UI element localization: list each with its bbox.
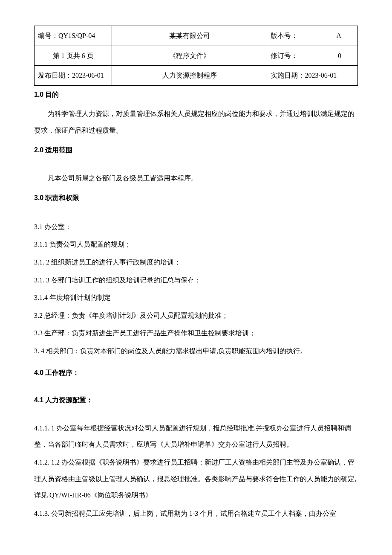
effective-date-value: 2023-06-01 bbox=[305, 72, 337, 79]
doc-type-cell: 《程序文件》 bbox=[112, 46, 267, 66]
section-1-num: 1.0 bbox=[34, 91, 43, 98]
company-name-cell: 某某有限公司 bbox=[112, 26, 267, 46]
item-3-1: 3.1 办公室： bbox=[34, 218, 358, 236]
section-2-num: 2.0 bbox=[34, 146, 43, 154]
section-3-text: 职责和权限 bbox=[43, 194, 79, 201]
doc-number-value: QY1S/QP-04 bbox=[58, 32, 95, 39]
section-2-heading: 2.0 适用范围 bbox=[34, 145, 358, 156]
version-label: 版本号： bbox=[271, 30, 298, 41]
page-info-cell: 第 1 页共 6 页 bbox=[35, 46, 112, 66]
revision-value: 0 bbox=[338, 50, 341, 61]
revision-label: 修订号： bbox=[271, 50, 298, 61]
section-2-text: 适用范围 bbox=[43, 146, 72, 154]
doc-number-cell: 编号：QY1S/QP-04 bbox=[35, 26, 112, 46]
version-value: A bbox=[336, 30, 341, 41]
effective-date-label: 实施日期： bbox=[271, 72, 305, 79]
item-4-1-3: 4.1.3. 公司新招聘员工应先培训，后上岗，试用期为 1-3 个月，试用合格建… bbox=[34, 506, 358, 522]
revision-cell: 修订号： 0 bbox=[267, 46, 358, 66]
item-3-1-4: 3.1.4 年度培训计划的制定 bbox=[34, 289, 358, 307]
section-1-body: 为科学管理人力资源，对质量管理体系相关人员规定相应的岗位能力和要求，并通过培训以… bbox=[34, 106, 358, 139]
doc-title: 人力资源控制程序 bbox=[162, 72, 217, 79]
section-4-1-heading: 4.1 人力资源配置： bbox=[34, 395, 358, 406]
item-3-1-3: 3.1. 3 各部门培训工作的组织及培训记录的汇总与保存； bbox=[34, 271, 358, 289]
version-cell: 版本号： A bbox=[267, 26, 358, 46]
item-3-1-2: 3.1. 2 组织新进员工的进行人事行政制度的培训； bbox=[34, 253, 358, 271]
effective-date-cell: 实施日期：2023-06-01 bbox=[267, 66, 358, 86]
issue-date-cell: 发布日期：2023-06-01 bbox=[35, 66, 112, 86]
section-4-text: 工作程序： bbox=[43, 369, 79, 376]
section-4-num: 4.0 bbox=[34, 369, 43, 376]
item-4-1-1: 4.1.1. 1 办公室每年根据经营状况对公司人员配置进行规划，报总经理批准,并… bbox=[34, 420, 358, 453]
doc-title-cell: 人力资源控制程序 bbox=[112, 66, 267, 86]
section-1-heading: 1.0 目的 bbox=[34, 89, 358, 100]
section-3-heading: 3.0 职责和权限 bbox=[34, 192, 358, 203]
section-4-1-num: 4.1 bbox=[34, 396, 43, 404]
doc-type: 《程序文件》 bbox=[169, 52, 210, 59]
company-name: 某某有限公司 bbox=[169, 32, 210, 39]
section-3-num: 3.0 bbox=[34, 194, 43, 201]
issue-date-value: 2023-06-01 bbox=[72, 72, 104, 79]
section-4-1-text: 人力资源配置： bbox=[43, 396, 93, 404]
item-3-4: 3. 4 相关部门：负责对本部门的岗位及人员能力需求提出申请,负责职能范围内培训… bbox=[34, 342, 358, 360]
item-3-2: 3.2 总经理：负责《年度培训计划》及公司人员配置规划的批准； bbox=[34, 307, 358, 325]
section-4-heading: 4.0 工作程序： bbox=[34, 367, 358, 378]
item-4-1-2: 4.1.2. 1.2 办公室根据《职务说明书》要求进行员工招聘；新进厂工人资格由… bbox=[34, 454, 358, 503]
item-3-3: 3.3 生产部：负责对新进生产员工进行产品生产操作和卫生控制要求培训； bbox=[34, 324, 358, 342]
issue-date-label: 发布日期： bbox=[38, 72, 72, 79]
doc-number-label: 编号： bbox=[38, 32, 58, 39]
item-3-1-1: 3.1.1 负责公司人员配置的规划； bbox=[34, 235, 358, 253]
section-2-body: 凡本公司所属之各部门及各级员工皆适用本程序。 bbox=[34, 170, 358, 186]
document-header-table: 编号：QY1S/QP-04 某某有限公司 版本号： A 第 1 页共 6 页 《… bbox=[34, 26, 358, 86]
page-info: 第 1 页共 6 页 bbox=[53, 52, 94, 59]
section-1-text: 目的 bbox=[43, 91, 59, 98]
